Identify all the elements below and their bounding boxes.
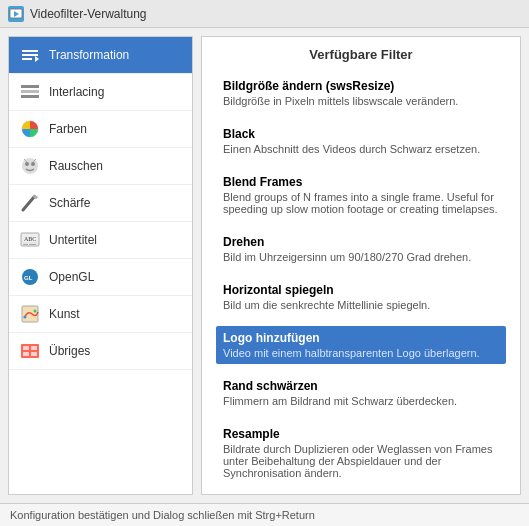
filter-item-4[interactable]: Horizontal spiegeln Bild um die senkrech… (216, 278, 506, 316)
sidebar-item-farben-label: Farben (49, 122, 87, 136)
svg-rect-21 (23, 244, 28, 245)
sidebar-item-transformation-label: Transformation (49, 48, 129, 62)
svg-rect-32 (31, 352, 37, 356)
colors-icon (19, 118, 41, 140)
noise-icon (19, 155, 41, 177)
svg-point-12 (25, 162, 29, 166)
filter-item-3[interactable]: Drehen Bild im Uhrzeigersinn um 90/180/2… (216, 230, 506, 268)
filter-desc-0: Bildgröße in Pixeln mittels libswscale v… (223, 95, 499, 107)
svg-rect-29 (23, 346, 29, 350)
filter-name-1: Black (223, 127, 499, 141)
right-panel: Verfügbare Filter Bildgröße ändern (swsR… (201, 36, 521, 495)
filter-name-3: Drehen (223, 235, 499, 249)
filter-name-2: Blend Frames (223, 175, 499, 189)
svg-rect-9 (21, 95, 39, 98)
svg-point-11 (22, 158, 38, 174)
transform-icon (19, 44, 41, 66)
filter-desc-1: Einen Abschnitt des Videos durch Schwarz… (223, 143, 499, 155)
filter-item-0[interactable]: Bildgröße ändern (swsResize) Bildgröße i… (216, 74, 506, 112)
filter-name-6: Rand schwärzen (223, 379, 499, 393)
main-content: Transformation Interlacing (0, 28, 529, 503)
sidebar-item-opengl-label: OpenGL (49, 270, 94, 284)
svg-rect-8 (21, 90, 39, 93)
sidebar-item-ubriges-label: Übriges (49, 344, 90, 358)
opengl-icon: GL (19, 266, 41, 288)
sidebar-item-interlacing-label: Interlacing (49, 85, 104, 99)
svg-marker-6 (35, 56, 39, 62)
subtitle-icon: ABC (19, 229, 41, 251)
filter-item-2[interactable]: Blend Frames Blend groups of N frames in… (216, 170, 506, 220)
sidebar-item-rauschen-label: Rauschen (49, 159, 103, 173)
panel-title: Verfügbare Filter (216, 47, 506, 62)
filter-desc-4: Bild um die senkrechte Mittellinie spieg… (223, 299, 499, 311)
interlace-icon (19, 81, 41, 103)
sidebar-item-schaerfe-label: Schärfe (49, 196, 90, 210)
art-icon (19, 303, 41, 325)
filter-item-1[interactable]: Black Einen Abschnitt des Videos durch S… (216, 122, 506, 160)
sidebar-item-kunst-label: Kunst (49, 307, 80, 321)
svg-rect-30 (31, 346, 37, 350)
svg-line-16 (23, 197, 34, 210)
svg-rect-25 (22, 306, 38, 322)
sidebar-item-rauschen[interactable]: Rauschen (9, 148, 192, 185)
svg-rect-7 (21, 85, 39, 88)
filter-name-0: Bildgröße ändern (swsResize) (223, 79, 499, 93)
sharpen-icon (19, 192, 41, 214)
status-text: Konfiguration bestätigen und Dialog schl… (10, 509, 315, 521)
filter-desc-7: Bildrate durch Duplizieren oder Weglasse… (223, 443, 499, 479)
misc-icon (19, 340, 41, 362)
sidebar-item-farben[interactable]: Farben (9, 111, 192, 148)
svg-text:ABC: ABC (24, 236, 36, 242)
filter-desc-5: Video mit einem halbtransparenten Logo ü… (223, 347, 499, 359)
sidebar-item-kunst[interactable]: Kunst (9, 296, 192, 333)
sidebar-item-opengl[interactable]: GL OpenGL (9, 259, 192, 296)
filter-name-7: Resample (223, 427, 499, 441)
filter-desc-2: Blend groups of N frames into a single f… (223, 191, 499, 215)
app-icon (8, 6, 24, 22)
svg-rect-31 (23, 352, 29, 356)
sidebar-item-untertitel-label: Untertitel (49, 233, 97, 247)
filter-item-7[interactable]: Resample Bildrate durch Duplizieren oder… (216, 422, 506, 484)
sidebar-item-interlacing[interactable]: Interlacing (9, 74, 192, 111)
filter-desc-6: Flimmern am Bildrand mit Schwarz überdec… (223, 395, 499, 407)
app-title: Videofilter-Verwaltung (30, 7, 147, 21)
svg-point-13 (31, 162, 35, 166)
filter-item-6[interactable]: Rand schwärzen Flimmern am Bildrand mit … (216, 374, 506, 412)
sidebar: Transformation Interlacing (8, 36, 193, 495)
filter-item-8[interactable]: Ränder hinzufügen Schwarze Ränder um das… (216, 494, 506, 495)
svg-rect-22 (29, 244, 36, 245)
sidebar-item-ubriges[interactable]: Übriges (9, 333, 192, 370)
title-bar: Videofilter-Verwaltung (0, 0, 529, 28)
filter-item-5[interactable]: Logo hinzufügen Video mit einem halbtran… (216, 326, 506, 364)
filter-name-4: Horizontal spiegeln (223, 283, 499, 297)
status-bar: Konfiguration bestätigen und Dialog schl… (0, 503, 529, 526)
sidebar-item-transformation[interactable]: Transformation (9, 37, 192, 74)
filter-name-5: Logo hinzufügen (223, 331, 499, 345)
svg-text:GL: GL (24, 275, 33, 281)
svg-point-27 (34, 310, 37, 313)
sidebar-item-schaerfe[interactable]: Schärfe (9, 185, 192, 222)
svg-point-26 (24, 316, 27, 319)
filter-desc-3: Bild im Uhrzeigersinn um 90/180/270 Grad… (223, 251, 499, 263)
sidebar-item-untertitel[interactable]: ABC Untertitel (9, 222, 192, 259)
